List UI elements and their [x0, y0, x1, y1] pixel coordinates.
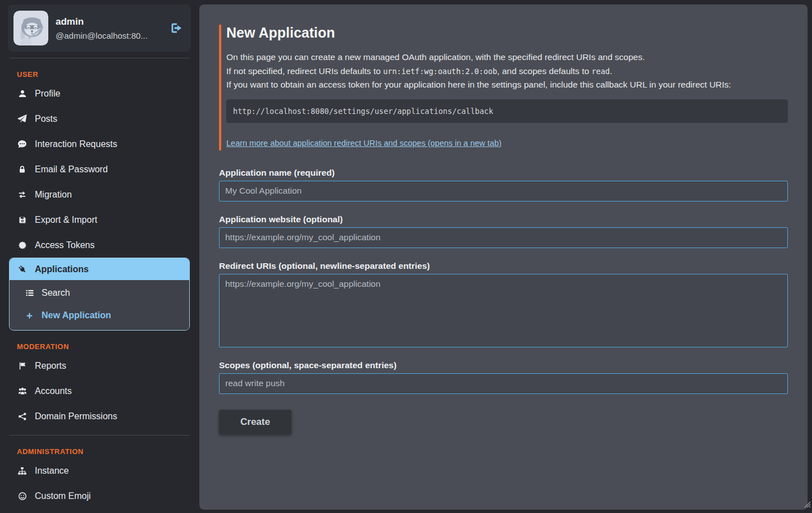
sidebar-item-email-password[interactable]: Email & Password [8, 157, 191, 182]
nav-moderation: Reports Accounts Domain Permissions [8, 353, 191, 429]
smiley-icon [17, 492, 28, 501]
list-icon [24, 288, 35, 297]
section-header-moderation: MODERATION [17, 342, 191, 351]
user-icon [17, 89, 28, 98]
floppy-disk-icon [17, 216, 28, 225]
sidebar-item-label: Export & Import [35, 215, 97, 225]
sidebar-item-label: Email & Password [35, 164, 108, 175]
nav-user: Profile Posts Interaction Requests Email… [8, 81, 191, 258]
create-button[interactable]: Create [219, 410, 291, 434]
sidebar-item-domain-permissions[interactable]: Domain Permissions [8, 404, 191, 429]
inline-code-oob: urn:ietf:wg:oauth:2.0:oob [383, 67, 497, 76]
intro-line-2-suffix: . [610, 66, 612, 76]
sitemap-icon [17, 466, 28, 475]
sidebar-item-label: Applications [35, 264, 89, 274]
user-card[interactable]: admin @admin@localhost:80... [8, 4, 191, 52]
main-panel: New Application On this page you can cre… [199, 4, 808, 510]
user-meta: admin @admin@localhost:80... [56, 16, 162, 40]
sidebar-item-label: Instance [35, 466, 69, 476]
application-name-label: Application name (required) [219, 168, 788, 178]
sidebar-item-posts[interactable]: Posts [8, 106, 191, 131]
applications-group: Applications Search New Application [9, 258, 190, 331]
sidebar-item-label: Migration [35, 190, 72, 200]
share-nodes-icon [17, 412, 28, 421]
exchange-arrows-icon [17, 190, 28, 199]
intro-line-2-mid: , and scopes defaults to [497, 66, 591, 76]
sidebar-item-profile[interactable]: Profile [8, 81, 191, 106]
intro-line-1: On this page you can create a new manage… [226, 52, 645, 62]
divider [10, 435, 189, 436]
intro-line-2-prefix: If not specified, redirect URIs defaults… [226, 66, 383, 76]
sidebar-item-migration[interactable]: Migration [8, 182, 191, 207]
sidebar-item-label: Search [42, 288, 70, 298]
intro-line-3: If you want to obtain an access token fo… [226, 80, 731, 89]
sidebar-item-label: Custom Emoji [35, 491, 91, 501]
sidebar-item-label: Reports [35, 361, 66, 371]
redirect-uris-label: Redirect URIs (optional, newline-separat… [219, 261, 788, 271]
sidebar-item-label: Interaction Requests [35, 139, 117, 149]
plus-icon [24, 312, 35, 320]
intro-block: New Application On this page you can cre… [219, 25, 788, 150]
certificate-icon [17, 241, 28, 250]
flag-icon [17, 361, 28, 370]
sidebar-item-label: Domain Permissions [35, 411, 117, 422]
application-website-label: Application website (optional) [219, 214, 788, 225]
section-header-administration: ADMINISTRATION [17, 447, 191, 456]
sloth-avatar [13, 11, 48, 45]
sidebar-item-actions[interactable]: Actions [8, 509, 191, 513]
sidebar-item-export-import[interactable]: Export & Import [8, 207, 191, 232]
sidebar-item-applications-search[interactable]: Search [10, 282, 189, 304]
user-handle: @admin@localhost:80... [56, 31, 162, 40]
redirect-uris-textarea[interactable] [219, 274, 788, 347]
new-application-form: Application name (required) Application … [219, 168, 788, 434]
sidebar: admin @admin@localhost:80... USER Profil… [0, 0, 199, 513]
sign-out-icon[interactable] [170, 21, 183, 35]
sidebar-item-label: Profile [35, 89, 60, 99]
page-title: New Application [226, 25, 788, 41]
section-header-user: USER [17, 70, 191, 79]
plug-icon [15, 262, 29, 276]
window-resize-grip[interactable] [803, 500, 811, 511]
sidebar-item-applications[interactable]: Applications [10, 258, 189, 280]
inline-code-read: read [591, 67, 610, 76]
sidebar-item-label: Access Tokens [35, 240, 94, 250]
applications-submenu: Search New Application [10, 280, 189, 330]
scopes-input[interactable] [219, 373, 788, 394]
sidebar-item-label: Posts [35, 114, 57, 124]
intro-paragraph: On this page you can create a new manage… [226, 51, 788, 92]
sidebar-item-reports[interactable]: Reports [8, 353, 191, 378]
sidebar-item-interaction-requests[interactable]: Interaction Requests [8, 131, 191, 157]
users-icon [17, 387, 28, 396]
lock-icon [17, 165, 28, 174]
learn-more-link[interactable]: Learn more about application redirect UR… [226, 139, 501, 148]
sidebar-item-custom-emoji[interactable]: Custom Emoji [8, 483, 191, 509]
sidebar-item-access-tokens[interactable]: Access Tokens [8, 232, 191, 258]
paper-plane-icon [17, 114, 28, 123]
comment-dots-icon [17, 139, 28, 149]
divider [10, 58, 189, 58]
application-name-input[interactable] [219, 181, 788, 201]
sidebar-item-label: Accounts [35, 386, 72, 396]
nav-administration: Instance Custom Emoji Actions [8, 458, 191, 513]
user-name: admin [56, 16, 162, 28]
sidebar-item-instance[interactable]: Instance [8, 458, 191, 483]
sidebar-item-accounts[interactable]: Accounts [8, 378, 191, 404]
callback-url-codeblock: http://localhost:8080/settings/user/appl… [226, 99, 788, 123]
sidebar-item-applications-new[interactable]: New Application [10, 304, 189, 327]
application-website-input[interactable] [219, 227, 788, 248]
scopes-label: Scopes (optional, space-separated entrie… [219, 360, 788, 370]
sidebar-item-label: New Application [42, 310, 111, 320]
